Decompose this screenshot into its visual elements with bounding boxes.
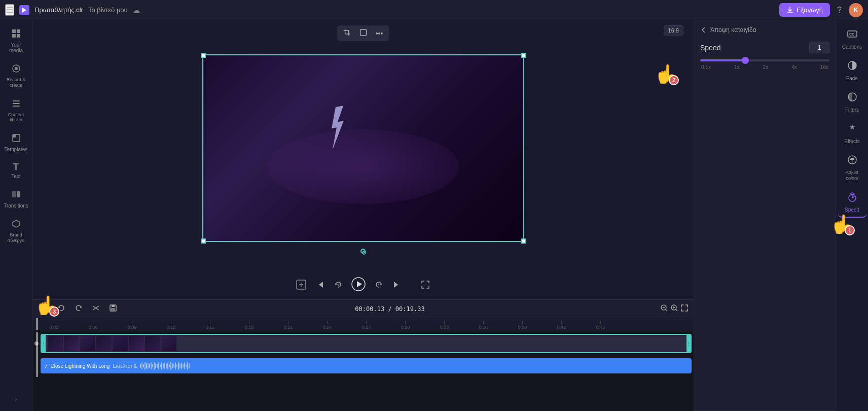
ruler-mark-3: 0:12 (152, 321, 191, 330)
handle-top-right[interactable] (521, 53, 526, 58)
r-sidebar-effects[interactable]: Effects (838, 119, 866, 148)
speed-mark-2x: 2x (763, 64, 769, 70)
track-handle-left[interactable]: ⋮ (42, 335, 46, 352)
export-label: Εξαγωγή (797, 6, 823, 14)
ruler-mark-14: 0:45 (581, 321, 620, 330)
sidebar-item-text[interactable]: T Text (2, 158, 30, 183)
export-button[interactable]: Εξαγωγή (779, 3, 830, 17)
zoom-out-btn[interactable] (660, 304, 668, 314)
speed-mark-1x: 1x (734, 64, 740, 70)
video-canvas-wrapper[interactable] (202, 54, 524, 242)
fullscreen-button[interactable] (420, 280, 430, 292)
audio-track-row: ♪ Close Lightning With Long Εκτέλεση& (32, 355, 694, 377)
handle-rotate[interactable] (360, 249, 366, 254)
user-avatar[interactable]: K (849, 3, 863, 17)
speed-title: Speed (700, 44, 720, 52)
ruler-mark-9: 0:30 (386, 321, 425, 330)
save-btn[interactable] (106, 302, 120, 315)
svg-rect-4 (17, 34, 20, 38)
cloud-effect (267, 129, 459, 203)
r-sidebar-adjust-colors[interactable]: Adjustcolors (838, 150, 866, 185)
zoom-in-btn[interactable] (670, 304, 678, 314)
undo-btn[interactable] (55, 302, 68, 315)
track-frame-5 (113, 336, 128, 351)
speed-icon (847, 191, 858, 205)
fit-zoom-btn[interactable] (680, 304, 689, 314)
sidebar-item-templates[interactable]: Templates (2, 129, 30, 156)
r-sidebar-fade-label: Fade (846, 76, 858, 81)
r-sidebar-captions[interactable]: CC Captions (838, 24, 866, 54)
ruler-mark-11: 0:36 (464, 321, 503, 330)
main-content: Your media Record &create Contentlibrary… (0, 20, 868, 411)
timeline-time: 00:00.13 / 00:19.33 (124, 305, 656, 313)
add-timeline-btn[interactable] (38, 302, 51, 315)
rewind-button[interactable]: 5 (333, 280, 343, 292)
r-sidebar-filters[interactable]: Filters (838, 87, 866, 117)
svg-rect-12 (12, 191, 16, 197)
track-frame-8 (161, 336, 176, 351)
track-handle-right[interactable]: ⋮ (686, 335, 691, 352)
track-frame-4 (96, 336, 112, 351)
library-icon (11, 98, 21, 110)
sidebar-label-brand: Brand σύνεργα (4, 232, 28, 244)
r-sidebar-speed-label: Speed (845, 207, 859, 213)
sidebar-item-record[interactable]: Record &create (2, 59, 30, 92)
video-track-row: ⋮ ⋮ (32, 332, 694, 355)
sidebar-label-your-media: Your media (4, 42, 28, 53)
timeline-playhead[interactable] (37, 318, 38, 330)
timeline-area: 00:00.13 / 00:19.33 (32, 299, 694, 411)
speed-thumb[interactable] (742, 57, 749, 64)
r-sidebar-fade[interactable]: Fade (838, 56, 866, 85)
svg-rect-29 (112, 305, 115, 307)
right-panel: Άποψη καταιγίδα Speed 0.1x 1x 2x (694, 20, 836, 411)
menu-icon[interactable]: ☰ (5, 4, 14, 16)
track-frame-6 (129, 336, 144, 351)
skip-forward-button[interactable] (392, 280, 402, 292)
left-sidebar: Your media Record &create Contentlibrary… (0, 20, 32, 411)
svg-rect-8 (13, 103, 20, 104)
ruler-mark-1: 0:06 (74, 321, 113, 330)
sidebar-item-transitions[interactable]: Transitions (2, 185, 30, 213)
track-frame-1 (48, 336, 63, 351)
panel-title: Άποψη καταιγίδα (710, 26, 756, 33)
speed-slider-container: 0.1x 1x 2x 4x 16x (700, 59, 829, 70)
add-clip-button[interactable] (296, 279, 307, 293)
sidebar-item-content-library[interactable]: Contentlibrary (2, 94, 30, 127)
track-frame-2 (64, 336, 79, 351)
speed-marks: 0.1x 1x 2x 4x 16x (700, 64, 829, 70)
app-logo (19, 5, 29, 15)
svg-line-33 (666, 310, 667, 311)
r-sidebar-speed[interactable]: Speed (838, 187, 866, 218)
skip-back-button[interactable] (315, 280, 325, 292)
svg-rect-7 (13, 100, 20, 101)
sidebar-item-brand[interactable]: Brand σύνεργα (2, 215, 30, 248)
video-name: Το βίντεό μου (88, 6, 128, 14)
video-track[interactable]: ⋮ ⋮ (41, 334, 692, 353)
cloud-save-icon: ☁ (133, 6, 140, 14)
svg-rect-2 (17, 29, 20, 33)
sidebar-expand-btn[interactable]: › (11, 392, 21, 407)
ruler-mark-4: 0:15 (191, 321, 230, 330)
speed-mark-0.1x: 0.1x (701, 64, 711, 70)
forward-button[interactable]: 5 (374, 280, 384, 292)
handle-top-left[interactable] (201, 53, 206, 58)
audio-track[interactable]: ♪ Close Lightning With Long Εκτέλεση& (41, 358, 692, 373)
filters-icon (847, 91, 858, 105)
play-button[interactable] (351, 277, 366, 294)
ruler-mark-0: 0:03 (34, 321, 74, 330)
brand-icon (11, 219, 21, 230)
handle-bottom-right[interactable] (521, 238, 526, 244)
svg-rect-9 (13, 106, 20, 107)
redo-btn[interactable] (72, 302, 85, 315)
speed-mark-16x: 16x (820, 64, 828, 70)
cut-btn[interactable] (89, 302, 102, 315)
sidebar-item-your-media[interactable]: Your media (2, 24, 30, 57)
help-button[interactable]: ? (835, 4, 844, 17)
handle-bottom-left[interactable] (201, 238, 206, 244)
ruler-mark-13: 0:42 (542, 321, 581, 330)
preview-section (202, 25, 524, 271)
svg-line-37 (676, 310, 677, 311)
ruler-mark-6: 0:21 (269, 321, 308, 330)
speed-track[interactable] (700, 59, 829, 61)
speed-value-input[interactable] (809, 42, 829, 53)
